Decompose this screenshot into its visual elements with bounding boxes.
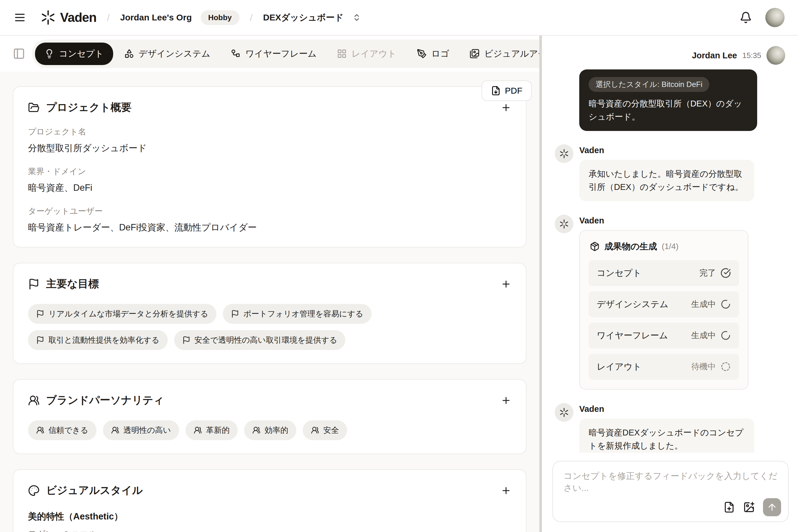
personality-chip[interactable]: 効率的 bbox=[244, 420, 296, 440]
card-project-overview: プロジェクト概要 プロジェクト名 分散型取引所ダッシュボード 業界・ドメイン 暗… bbox=[13, 86, 527, 248]
generation-progress-card: 成果物の生成 (1/4) コンセプト 完了 デザインシステム bbox=[579, 230, 748, 390]
card-title: ビジュアルスタイル bbox=[46, 483, 143, 498]
notifications-button[interactable] bbox=[740, 12, 752, 24]
personality-chip[interactable]: 革新的 bbox=[186, 420, 238, 440]
users-icon bbox=[111, 426, 119, 434]
personality-chip[interactable]: 安全 bbox=[303, 420, 347, 440]
progress-status: 生成中 bbox=[691, 299, 716, 310]
bell-icon bbox=[740, 12, 752, 24]
workflow-icon bbox=[231, 49, 241, 59]
progress-label: デザインシステム bbox=[597, 298, 668, 310]
brand-name: Vaden bbox=[60, 10, 97, 25]
card-title: ブランドパーソナリティ bbox=[46, 393, 164, 407]
goal-chip[interactable]: 取引と流動性提供を効率化する bbox=[28, 330, 168, 350]
breadcrumb-org[interactable]: Jordan Lee's Org bbox=[120, 13, 192, 22]
goal-chip[interactable]: リアルタイムな市場データと分析を提供する bbox=[28, 304, 216, 324]
flag-icon bbox=[231, 310, 239, 318]
message-author: Vaden bbox=[579, 216, 785, 226]
concept-content: PDF プロジェクト概要 プロジェクト名 分散型取引所ダッシュボード 業界・ドメ… bbox=[0, 72, 539, 532]
bot-message: Vaden 暗号資産DEXダッシュボードのコンセプトを新規作成しました。 bbox=[555, 403, 785, 453]
progress-row-concept: コンセプト 完了 bbox=[589, 260, 739, 286]
vaden-avatar bbox=[555, 215, 573, 233]
card-visual-style: ビジュアルスタイル 美的特性（Aesthetic） モダン、ミニマル 雰囲気（M… bbox=[13, 469, 527, 532]
workspace-pane: コンセプト デザインシステム ワイヤーフレーム レイアウト ロゴ bbox=[0, 36, 539, 532]
progress-label: ワイヤーフレーム bbox=[597, 329, 668, 342]
chip-label: 安全 bbox=[323, 425, 339, 435]
add-goal-button[interactable] bbox=[501, 279, 511, 289]
chip-label: 取引と流動性提供を効率化する bbox=[49, 335, 159, 345]
user-message-bubble: 選択したスタイル: Bitcoin DeFi 暗号資産の分散型取引所（DEX）の… bbox=[579, 70, 757, 131]
tab-label: デザインシステム bbox=[139, 48, 211, 60]
style-subheading: 美的特性（Aesthetic） bbox=[28, 510, 511, 522]
chip-label: 信頼できる bbox=[49, 425, 88, 435]
progress-count: (1/4) bbox=[662, 242, 679, 251]
progress-label: レイアウト bbox=[597, 361, 642, 373]
message-author: Jordan Lee bbox=[692, 51, 737, 60]
progress-row-design-system: デザインシステム 生成中 bbox=[589, 291, 739, 317]
field-value: 暗号資産、DeFi bbox=[28, 182, 511, 194]
chip-label: 安全で透明性の高い取引環境を提供する bbox=[194, 335, 338, 345]
spinner-icon bbox=[720, 299, 731, 309]
user-avatar[interactable] bbox=[765, 8, 784, 27]
progress-status: 待機中 bbox=[691, 361, 716, 372]
tab-logo[interactable]: ロゴ bbox=[407, 43, 458, 65]
breadcrumb-separator: / bbox=[107, 12, 110, 23]
add-personality-button[interactable] bbox=[501, 395, 511, 406]
pane-resizer[interactable] bbox=[539, 36, 542, 532]
breadcrumb-separator: / bbox=[250, 12, 252, 23]
add-overview-button[interactable] bbox=[501, 102, 511, 113]
vaden-avatar bbox=[555, 403, 573, 422]
progress-status: 生成中 bbox=[691, 330, 716, 341]
pen-tool-icon bbox=[417, 49, 427, 59]
progress-label: コンセプト bbox=[597, 267, 642, 279]
tab-concept[interactable]: コンセプト bbox=[35, 43, 113, 65]
add-style-button[interactable] bbox=[501, 485, 511, 496]
tab-layout[interactable]: レイアウト bbox=[327, 43, 406, 65]
project-switcher-button[interactable] bbox=[352, 13, 361, 22]
flag-icon bbox=[36, 310, 44, 318]
bot-message-bubble: 承知いたしました。暗号資産の分散型取引所（DEX）のダッシュボードですね。 bbox=[579, 160, 754, 201]
personality-chip[interactable]: 信頼できる bbox=[28, 420, 97, 440]
chevrons-up-down-icon bbox=[352, 13, 361, 22]
pdf-label: PDF bbox=[505, 86, 522, 96]
tab-wireframe[interactable]: ワイヤーフレーム bbox=[221, 43, 326, 65]
attach-file-button[interactable] bbox=[723, 501, 735, 513]
brand[interactable]: Vaden bbox=[40, 10, 97, 25]
plus-icon bbox=[501, 279, 511, 289]
vaden-avatar bbox=[555, 145, 573, 163]
field-label: ターゲットユーザー bbox=[28, 206, 511, 217]
vaden-logo-icon bbox=[40, 10, 56, 25]
file-plus-icon bbox=[723, 501, 735, 513]
tab-label: ワイヤーフレーム bbox=[245, 48, 317, 60]
flag-icon bbox=[36, 336, 44, 344]
plan-badge: Hobby bbox=[201, 10, 240, 25]
app-header: Vaden / Jordan Lee's Org Hobby / DEXダッシュ… bbox=[0, 0, 798, 36]
menu-icon bbox=[14, 11, 26, 24]
progress-title: 成果物の生成 bbox=[604, 241, 657, 252]
goal-chip[interactable]: 安全で透明性の高い取引環境を提供する bbox=[174, 330, 346, 350]
attach-image-button[interactable] bbox=[743, 501, 755, 513]
send-button[interactable] bbox=[763, 498, 781, 516]
personality-chip[interactable]: 透明性の高い bbox=[103, 420, 179, 440]
vaden-logo-icon bbox=[559, 219, 569, 229]
package-icon bbox=[590, 242, 600, 251]
chat-messages: Jordan Lee 15:35 選択したスタイル: Bitcoin DeFi … bbox=[542, 36, 798, 453]
goal-chip[interactable]: ポートフォリオ管理を容易にする bbox=[223, 304, 371, 324]
hamburger-menu-button[interactable] bbox=[14, 11, 26, 24]
tab-design-system[interactable]: デザインシステム bbox=[115, 43, 220, 65]
bot-message: Vaden 承知いたしました。暗号資産の分散型取引所（DEX）のダッシュボードで… bbox=[555, 145, 785, 201]
image-plus-icon bbox=[743, 501, 755, 513]
flag-icon bbox=[182, 336, 190, 344]
arrow-up-icon bbox=[767, 502, 777, 512]
chip-label: ポートフォリオ管理を容易にする bbox=[243, 309, 363, 319]
message-time: 15:35 bbox=[742, 51, 761, 60]
card-brand-personality: ブランドパーソナリティ 信頼できる 透明性の高い 革新的 効率的 安全 bbox=[13, 379, 527, 454]
users-icon bbox=[194, 426, 202, 434]
palette-icon bbox=[28, 485, 40, 496]
sidebar-toggle-button[interactable] bbox=[13, 48, 25, 60]
message-author: Vaden bbox=[579, 146, 785, 155]
export-pdf-button[interactable]: PDF bbox=[481, 80, 532, 101]
breadcrumb-project[interactable]: DEXダッシュボード bbox=[263, 12, 344, 24]
vaden-logo-icon bbox=[559, 149, 569, 159]
lightbulb-icon bbox=[44, 49, 54, 59]
